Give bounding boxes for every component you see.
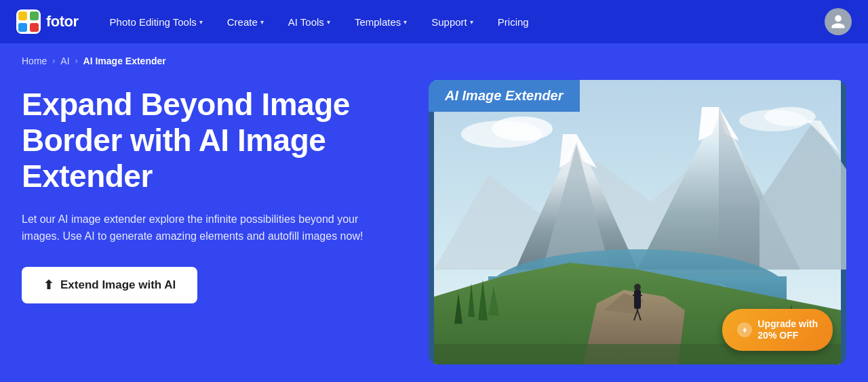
chevron-down-icon: ▾ bbox=[470, 18, 473, 26]
chevron-down-icon: ▾ bbox=[260, 18, 264, 26]
upload-icon: ⬆ bbox=[43, 278, 54, 293]
svg-rect-2 bbox=[30, 12, 39, 20]
breadcrumb-sep-1: › bbox=[52, 56, 55, 66]
upgrade-badge[interactable]: ♦ Upgrade with 20% OFF bbox=[722, 309, 833, 351]
chevron-down-icon: ▾ bbox=[327, 18, 330, 26]
nav-templates[interactable]: Templates ▾ bbox=[345, 11, 416, 33]
breadcrumb-sep-2: › bbox=[75, 56, 78, 66]
navbar: fotor Photo Editing Tools ▾ Create ▾ AI … bbox=[0, 0, 868, 43]
hero-left: Expand Beyond Image Border with AI Image… bbox=[22, 80, 401, 303]
hero-title: Expand Beyond Image Border with AI Image… bbox=[22, 87, 401, 194]
hero-image-container: AI Image Extender ♦ Upgrade with 20% OFF bbox=[429, 80, 846, 364]
logo-text: fotor bbox=[46, 13, 79, 30]
svg-rect-1 bbox=[18, 12, 27, 20]
svg-rect-4 bbox=[30, 23, 39, 32]
ai-label: AI Image Extender bbox=[429, 80, 580, 112]
breadcrumb-ai[interactable]: AI bbox=[60, 56, 69, 66]
svg-rect-30 bbox=[634, 290, 641, 309]
svg-point-42 bbox=[764, 107, 816, 126]
breadcrumb-current: AI Image Extender bbox=[83, 56, 166, 66]
user-icon bbox=[830, 14, 846, 30]
hero-description: Let our AI image extender explore the in… bbox=[22, 211, 388, 245]
svg-point-40 bbox=[492, 116, 553, 141]
chevron-down-icon: ▾ bbox=[199, 18, 203, 26]
nav-pricing[interactable]: Pricing bbox=[488, 11, 538, 33]
nav-support[interactable]: Support ▾ bbox=[422, 11, 483, 33]
svg-rect-3 bbox=[18, 23, 27, 32]
chevron-down-icon: ▾ bbox=[403, 18, 407, 26]
nav-create[interactable]: Create ▾ bbox=[218, 11, 273, 33]
breadcrumb: Home › AI › AI Image Extender bbox=[0, 43, 868, 73]
breadcrumb-home[interactable]: Home bbox=[22, 56, 47, 66]
main-content: Expand Beyond Image Border with AI Image… bbox=[0, 73, 868, 379]
avatar[interactable] bbox=[825, 8, 852, 35]
nav-photo-editing[interactable]: Photo Editing Tools ▾ bbox=[100, 11, 212, 33]
svg-point-26 bbox=[634, 284, 641, 291]
diamond-icon: ♦ bbox=[737, 322, 752, 337]
nav-ai-tools[interactable]: AI Tools ▾ bbox=[279, 11, 340, 33]
logo[interactable]: fotor bbox=[16, 9, 79, 34]
extend-image-button[interactable]: ⬆ Extend Image with AI bbox=[22, 267, 197, 303]
